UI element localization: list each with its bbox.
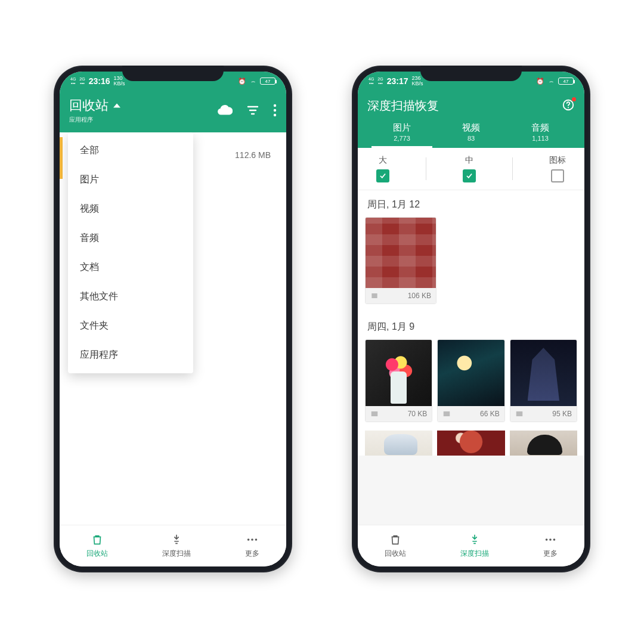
nav-deep-scan[interactable]: 深度扫描 [162,533,191,559]
tab-videos[interactable]: 视频 83 [436,122,506,148]
svg-point-0 [274,104,276,107]
image-result[interactable]: 95 KB [510,339,577,422]
svg-point-7 [568,107,569,108]
svg-rect-10 [516,411,522,416]
dropdown-item-images[interactable]: 图片 [68,165,193,194]
svg-point-12 [549,538,552,541]
svg-rect-9 [444,411,450,416]
wifi-icon: ⌢ [251,78,255,85]
nav-more[interactable]: 更多 [245,533,259,559]
image-result[interactable]: 106 KB [365,217,436,304]
nav-label: 深度扫描 [460,549,489,559]
image-result[interactable]: 70 KB [365,339,432,422]
drill-icon [170,533,183,546]
network-icon: 4G▪▪▪ [70,77,76,85]
status-time: 23:16 [89,76,110,86]
nav-label: 深度扫描 [162,549,191,559]
tab-label: 图片 [393,122,411,132]
appbar-title: 回收站 [69,97,109,114]
category-dropdown: 全部 图片 视频 音频 文档 其他文件 文件夹 应用程序 [68,132,193,373]
svg-point-3 [247,538,249,541]
image-icon [370,292,379,300]
svg-point-13 [553,538,555,541]
tab-count: 2,773 [367,135,436,142]
nav-deep-scan[interactable]: 深度扫描 [460,533,489,559]
tab-count: 1,113 [506,135,575,142]
file-size: 66 KB [480,410,500,418]
thumbnail[interactable] [437,431,504,456]
screen-left: 4G▪▪▪ 2G▪▪▪ 23:16 130KB/s ⏰ ⌢ 47 回收站 应用程… [60,72,286,566]
filter-icon-size[interactable]: 图标 [549,155,566,182]
size-filter-row: 大 中 图标 [358,148,584,190]
nav-label: 更多 [245,549,259,559]
image-icon [515,410,524,418]
file-size: 95 KB [552,410,572,418]
network-icon-2: 2G▪▪▪ [79,77,85,85]
alarm-icon: ⏰ [536,78,544,85]
dropdown-item-folders[interactable]: 文件夹 [68,311,193,340]
tab-label: 视频 [462,122,480,132]
tab-images[interactable]: 图片 2,773 [367,122,436,148]
nav-label: 回收站 [385,549,406,559]
tab-audio[interactable]: 音频 1,113 [506,122,575,148]
filter-large[interactable]: 大 [376,155,389,182]
wifi-icon: ⌢ [549,78,553,85]
network-icon: 4G▪▪▪ [369,77,374,85]
image-result[interactable]: 66 KB [437,339,504,422]
dropdown-item-other[interactable]: 其他文件 [68,282,193,311]
thumbnail [438,340,504,406]
image-icon [442,410,451,418]
dropdown-item-docs[interactable]: 文档 [68,253,193,282]
more-vert-icon[interactable] [273,104,277,117]
thumbnail [366,218,436,288]
tab-label: 音频 [531,122,549,132]
svg-point-1 [274,109,276,112]
filter-list-icon[interactable] [246,103,260,117]
svg-point-11 [545,538,547,541]
content-area: 112.6 MB 全部 图片 视频 音频 文档 其他文件 文件夹 应用程序 [60,132,286,525]
file-size: 106 KB [408,292,431,300]
thumbnail[interactable] [510,431,577,456]
svg-rect-8 [371,411,378,416]
app-bar: 深度扫描恢复 图片 2,773 视频 83 音频 1,113 [358,91,584,148]
battery-icon: 47 [260,78,275,85]
nav-label: 回收站 [86,549,108,559]
notch [420,66,522,81]
appbar-title: 深度扫描恢复 [367,98,439,114]
thumbnail [366,340,432,406]
scan-results[interactable]: 周日, 1月 12 106 KB 周四, 1月 9 70 KB [358,190,584,525]
list-item-accent [60,137,63,179]
battery-icon: 47 [558,78,574,85]
drill-icon [468,533,481,546]
title-dropdown-trigger[interactable]: 回收站 [69,97,120,114]
item-size-label: 112.6 MB [235,150,271,160]
screen-right: 4G▪▪▪ 2G▪▪▪ 23:17 236KB/s ⏰ ⌢ 47 深度扫描恢复 [358,72,584,566]
nav-label: 更多 [543,549,558,559]
divider [512,157,513,180]
checkbox-checked-icon [376,169,389,182]
thumbnail[interactable] [365,431,432,456]
filter-medium[interactable]: 中 [463,155,476,182]
thumbnail [510,340,577,406]
dropdown-item-all[interactable]: 全部 [68,136,193,165]
nav-recycle-bin[interactable]: 回收站 [86,533,108,559]
nav-recycle-bin[interactable]: 回收站 [385,533,406,559]
appbar-subtitle: 应用程序 [69,116,120,124]
help-button[interactable] [562,98,575,114]
dropdown-item-videos[interactable]: 视频 [68,194,193,224]
media-tabs: 图片 2,773 视频 83 音频 1,113 [367,122,575,148]
bottom-nav: 回收站 深度扫描 更多 [60,525,286,566]
notch [122,66,224,81]
tab-count: 83 [436,135,506,142]
alarm-icon: ⏰ [238,78,246,85]
nav-more[interactable]: 更多 [543,533,558,559]
dropdown-item-audio[interactable]: 音频 [68,224,193,253]
cloud-upload-icon[interactable] [217,103,233,118]
dropdown-item-apps[interactable]: 应用程序 [68,340,193,370]
filter-label: 图标 [549,155,566,166]
network-icon-2: 2G▪▪▪ [377,77,383,85]
divider [426,157,426,180]
svg-point-4 [251,538,253,541]
status-speed-unit: KB/s [114,80,125,86]
trash-icon [91,533,104,546]
